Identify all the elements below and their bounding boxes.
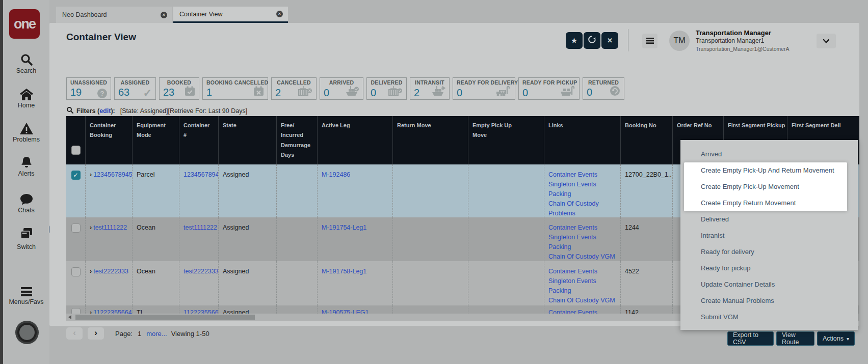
column-header[interactable]: Return Move xyxy=(393,116,468,164)
user-globe-avatar[interactable] xyxy=(15,321,39,344)
singleton-events-packing-link[interactable]: Singleton Events Packing xyxy=(548,233,616,252)
booking-no-cell: 12700_22B0_1... xyxy=(621,164,673,217)
container-booking-link[interactable]: 12345678945 xyxy=(93,171,132,178)
tab-neo-dashboard[interactable]: Neo Dashboard × xyxy=(56,7,172,23)
menu-item-ready-for-pickup[interactable]: Ready for pickup xyxy=(680,260,858,276)
chip-value: 63 xyxy=(118,87,129,98)
container-booking-link[interactable]: test1111222 xyxy=(93,224,127,231)
chip-ready-for-pickup[interactable]: READY FOR PICKUP 0 xyxy=(518,77,580,100)
sidebar-item-switch[interactable]: ⇄ Switch xyxy=(3,227,49,250)
menu-item-delivered[interactable]: Delivered xyxy=(680,211,858,228)
close-icon[interactable]: × xyxy=(276,11,283,17)
container-events-link[interactable]: Container Events xyxy=(548,170,616,180)
refresh-button[interactable] xyxy=(584,32,600,49)
tab-container-view[interactable]: Container View × xyxy=(173,7,288,23)
column-header[interactable]: State xyxy=(219,116,277,164)
sidebar-item-chats[interactable]: Chats xyxy=(3,193,49,214)
column-header[interactable]: Empty Pick Up Move xyxy=(468,116,544,164)
chip-ready-for-delivery[interactable]: READY FOR DELIVERY 0 xyxy=(453,77,515,100)
sidebar-item-alerts[interactable]: Alerts xyxy=(3,156,49,177)
export-to-csv-button[interactable]: Export to CSV xyxy=(727,331,774,346)
chip-intransit[interactable]: INTRANSIT 2 xyxy=(410,77,450,100)
chip-cancelled[interactable]: CANCELLED 2 xyxy=(271,77,317,100)
scrollbar-thumb[interactable] xyxy=(75,315,255,320)
one-logo[interactable]: one xyxy=(9,9,40,39)
column-header[interactable]: Active Leg xyxy=(318,116,393,164)
container-events-link[interactable]: Container Events xyxy=(548,308,616,314)
filters-edit-link[interactable]: edit xyxy=(99,107,111,115)
sidebar-item-search[interactable]: Search xyxy=(3,53,49,74)
menu-item-create-empty-return-movement[interactable]: Create Empty Return Movement xyxy=(680,195,858,211)
chip-returned[interactable]: RETURNED 0 xyxy=(583,77,624,100)
active-leg-link[interactable]: M-192486 xyxy=(322,171,350,178)
column-header[interactable]: Equipment Mode xyxy=(133,116,179,164)
view-route-button[interactable]: View Route xyxy=(776,331,814,346)
header-menu-button[interactable] xyxy=(642,34,657,48)
menu-item-create-empty-pickup-movement[interactable]: Create Empty Pick-Up Movement xyxy=(680,179,858,195)
chain-of-custody-vgm-link[interactable]: Chain Of Custody VGM xyxy=(548,252,616,261)
favorite-button[interactable]: ★ xyxy=(566,32,583,49)
column-header[interactable]: Booking No xyxy=(621,116,673,164)
sidebar-item-home[interactable]: Home xyxy=(3,88,49,109)
chip-label: UNASSIGNED xyxy=(70,79,107,86)
chip-unassigned[interactable]: UNASSIGNED 19 ? xyxy=(66,77,111,100)
menu-item-update-container-details[interactable]: Update Container Details xyxy=(680,276,858,293)
button-label: Export to CSV xyxy=(733,331,768,346)
chain-of-custody-vgm-link[interactable]: Chain Of Custody VGM xyxy=(548,296,616,305)
sidebar-item-menus-favs[interactable]: Menus/Favs xyxy=(3,286,49,305)
container-events-link[interactable]: Container Events xyxy=(548,223,616,233)
user-menu-button[interactable] xyxy=(817,34,836,48)
container-no-link[interactable]: 11222355664 xyxy=(183,309,219,314)
column-header[interactable]: Links xyxy=(544,116,621,164)
expand-icon[interactable]: › xyxy=(90,309,92,314)
active-leg-link[interactable]: M-191758-Leg1 xyxy=(322,268,366,275)
close-view-button[interactable]: ✕ xyxy=(601,32,618,49)
container-no-link[interactable]: test1111222 xyxy=(183,224,217,231)
select-all-checkbox[interactable] xyxy=(71,146,81,155)
expand-icon[interactable]: › xyxy=(90,171,92,178)
star-icon: ★ xyxy=(571,36,577,45)
container-no-link[interactable]: 12345678945 xyxy=(183,171,219,178)
sidebar-item-label: Menus/Favs xyxy=(3,298,49,305)
container-events-link[interactable]: Container Events xyxy=(548,267,616,276)
scroll-left-arrow-icon[interactable] xyxy=(68,315,71,319)
menu-item-submit-vgm[interactable]: Submit VGM xyxy=(680,309,858,325)
row-checkbox[interactable] xyxy=(71,223,81,233)
problems-link[interactable]: Problems xyxy=(548,209,616,217)
chip-delivered[interactable]: DELIVERED 0 xyxy=(366,77,407,100)
singleton-events-packing-link[interactable]: Singleton Events Packing xyxy=(548,180,616,199)
column-header[interactable]: Container Booking xyxy=(86,116,133,164)
chip-arrived[interactable]: ARRIVED 0 xyxy=(320,77,363,100)
active-leg-link[interactable]: M-191754-Leg1 xyxy=(322,224,366,231)
row-checkbox[interactable] xyxy=(71,308,81,314)
prev-page-button[interactable]: ‹ xyxy=(66,327,83,340)
menu-item-create-manual-problems[interactable]: Create Manual Problems xyxy=(680,293,858,309)
more-pages-link[interactable]: more... xyxy=(146,330,167,338)
next-page-button[interactable]: › xyxy=(88,327,104,340)
menu-item-create-empty-pickup-and-return-movement[interactable]: Create Empty Pick-Up And Return Movement xyxy=(680,162,858,179)
column-header[interactable]: Free/ Incurred Demurrage Days xyxy=(277,116,318,164)
menu-item-intranist[interactable]: Intranist xyxy=(680,228,858,244)
avatar[interactable]: TM xyxy=(669,31,690,51)
container-booking-link[interactable]: test2222333 xyxy=(93,268,128,275)
active-leg-link[interactable]: M-190575-LEG1 xyxy=(322,309,369,314)
singleton-events-packing-link[interactable]: Singleton Events Packing xyxy=(548,276,616,296)
container-no-link[interactable]: test2222333 xyxy=(183,268,219,275)
sidebar-item-problems[interactable]: Problems xyxy=(3,122,49,143)
chain-of-custody-link[interactable]: Chain Of Custody xyxy=(548,199,616,209)
menu-item-arrived[interactable]: Arrived xyxy=(680,146,858,162)
menu-item-ready-for-delivery[interactable]: Ready for delivery xyxy=(680,244,858,260)
expand-icon[interactable]: › xyxy=(90,268,92,275)
chip-assigned[interactable]: ASSIGNED 63 ✓ xyxy=(114,77,156,100)
close-icon[interactable]: × xyxy=(161,12,167,18)
sidebar-item-label: Search xyxy=(3,67,49,74)
container-booking-link[interactable]: 11222355664 xyxy=(93,309,132,314)
column-header[interactable]: Container # xyxy=(179,116,219,164)
expand-icon[interactable]: › xyxy=(90,224,92,231)
chip-booking-cancelled[interactable]: BOOKING CANCELLED 1 xyxy=(202,77,268,100)
actions-button[interactable]: Actions ▾ xyxy=(817,331,855,346)
row-checkbox[interactable] xyxy=(71,267,81,276)
chip-booked[interactable]: BOOKED 23 xyxy=(159,77,199,100)
row-checkbox[interactable]: ✓ xyxy=(71,171,81,180)
user-info: Transportation Manager Transportation Ma… xyxy=(696,30,818,52)
